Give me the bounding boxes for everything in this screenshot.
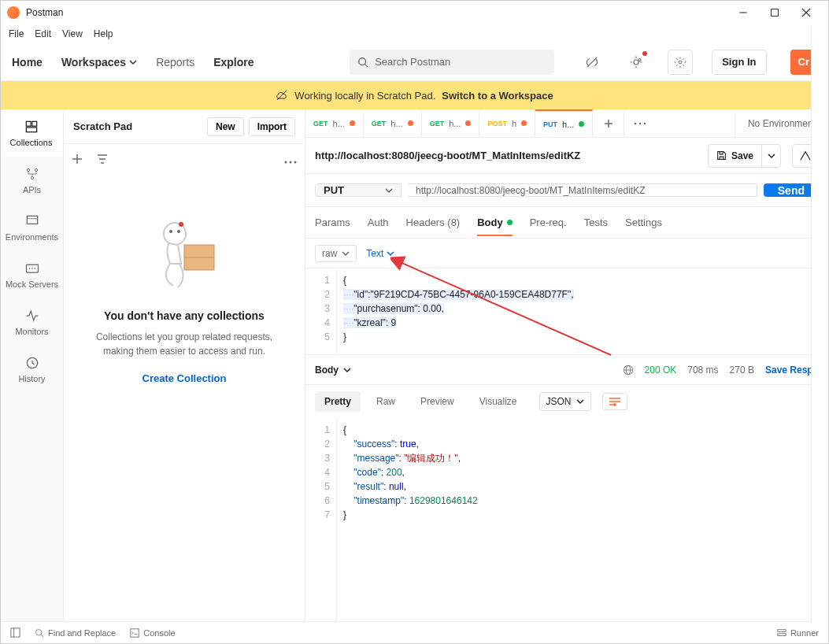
switch-workspace-link[interactable]: Switch to a Workspace [442,90,553,102]
subtab-auth[interactable]: Auth [368,210,389,235]
sign-in-button[interactable]: Sign In [712,50,766,75]
settings-icon[interactable] [668,50,693,75]
cloud-off-icon [276,89,288,102]
save-icon [716,150,727,161]
subtab-prereq[interactable]: Pre-req. [530,210,567,235]
url-input[interactable]: http://localhost:8080/jeecg-boot/MT_MatI… [408,183,757,197]
svg-point-38 [639,122,642,124]
save-dropdown[interactable] [761,145,780,167]
filter-icon[interactable] [97,154,108,167]
wrap-lines-button[interactable] [602,393,627,410]
save-button[interactable]: Save [708,144,781,168]
resp-tab-visualize[interactable]: Visualize [470,391,527,412]
search-input[interactable]: Search Postman [350,50,554,75]
nav-explore[interactable]: Explore [213,56,254,68]
svg-point-30 [169,230,172,233]
more-icon[interactable] [284,154,297,166]
rail-environments[interactable]: Environments [1,204,63,251]
menu-file[interactable]: File [9,28,24,39]
svg-rect-45 [11,628,20,637]
menu-view[interactable]: View [62,28,83,39]
maximize-button[interactable] [759,2,790,24]
svg-point-22 [34,268,35,269]
subtab-headers[interactable]: Headers (8) [406,210,461,235]
capture-icon[interactable] [624,50,649,75]
svg-point-4 [359,57,366,65]
toggle-sidebar-button[interactable] [10,627,20,638]
resp-tab-raw[interactable]: Raw [367,391,405,412]
nav-reports[interactable]: Reports [156,56,194,68]
menu-edit[interactable]: Edit [35,28,51,39]
side-rail: Collections APIs Environments Mock Serve… [1,109,64,621]
cropped-external-panel [811,24,828,623]
svg-rect-17 [27,216,37,224]
empty-subtitle: Collections let you group related reques… [83,330,286,358]
scratch-pad-banner: Working locally in Scratch Pad. Switch t… [1,81,828,109]
request-body-editor[interactable]: 12345 { ····"id":"9F219CD4-75BC-4457-96A… [305,268,828,355]
rail-collections[interactable]: Collections [1,109,63,157]
rail-history[interactable]: History [1,346,63,393]
request-tab-1[interactable]: GETh... [305,109,364,137]
svg-point-15 [35,168,37,171]
find-replace-button[interactable]: Find and Replace [35,628,116,638]
svg-rect-51 [778,633,786,635]
scratch-pad-label: Scratch Pad [73,120,202,132]
console-button[interactable]: Console [130,628,175,638]
method-selector[interactable]: PUT [315,183,402,197]
svg-point-31 [177,230,180,233]
subtab-body[interactable]: Body [477,210,513,236]
globe-icon[interactable] [623,365,634,376]
request-tab-5[interactable]: PUTh... [535,109,593,137]
svg-point-14 [27,168,29,171]
request-title: http://localhost:8080/jeecg-boot/MT_MatI… [315,150,701,161]
nav-home[interactable]: Home [12,56,43,68]
svg-rect-12 [31,121,36,126]
search-icon [357,57,368,68]
request-subtabs: Params Auth Headers (8) Body Pre-req. Te… [305,207,828,239]
svg-point-28 [294,161,297,163]
tab-actions-button[interactable] [624,109,656,137]
response-time: 708 ms [687,365,718,376]
import-button[interactable]: Import [249,117,295,136]
postman-logo-icon [7,6,20,19]
sync-off-icon[interactable] [579,50,605,75]
svg-point-32 [179,222,183,227]
body-mode-selector[interactable]: raw [315,245,357,262]
response-section-selector[interactable]: Body [315,365,351,376]
new-button[interactable]: New [207,117,244,136]
resp-format-selector[interactable]: JSON [539,392,591,411]
rail-monitors[interactable]: Monitors [1,298,63,346]
svg-point-20 [28,268,30,269]
svg-rect-50 [778,629,786,631]
response-body[interactable]: 1234567 { "success": true, "message": "编… [305,418,828,621]
svg-point-8 [638,58,641,61]
nav-workspaces[interactable]: Workspaces [61,56,137,68]
svg-rect-49 [131,628,139,636]
runner-button[interactable]: Runner [777,628,819,638]
body-type-selector[interactable]: Text [366,248,394,259]
rail-apis[interactable]: APIs [1,157,63,204]
request-tab-2[interactable]: GETh... [364,109,422,137]
svg-point-27 [290,161,292,163]
minimize-button[interactable] [727,2,759,24]
response-header: Body 200 OK 708 ms 270 B Save Respo [305,355,828,385]
svg-rect-11 [26,121,31,126]
resp-tab-pretty[interactable]: Pretty [315,391,361,412]
subtab-settings[interactable]: Settings [625,210,662,235]
resp-tab-preview[interactable]: Preview [411,391,464,412]
request-tab-4[interactable]: POSTh [479,109,535,137]
request-tab-3[interactable]: GETh... [422,109,480,137]
rail-mock[interactable]: Mock Servers [1,251,63,298]
empty-collections-illustration [137,207,231,302]
subtab-tests[interactable]: Tests [584,210,608,235]
close-button[interactable] [790,2,822,24]
add-icon[interactable] [72,154,83,167]
create-collection-link[interactable]: Create Collection [142,372,227,384]
subtab-params[interactable]: Params [315,210,350,235]
nav-header: Home Workspaces Reports Explore Search P… [1,43,828,81]
add-tab-button[interactable] [593,109,624,137]
menu-help[interactable]: Help [94,28,113,39]
request-workspace: GETh... GETh... GETh... POSTh PUTh... No… [305,109,828,621]
svg-line-48 [41,635,43,637]
response-view-tabs: Pretty Raw Preview Visualize JSON [305,385,828,418]
